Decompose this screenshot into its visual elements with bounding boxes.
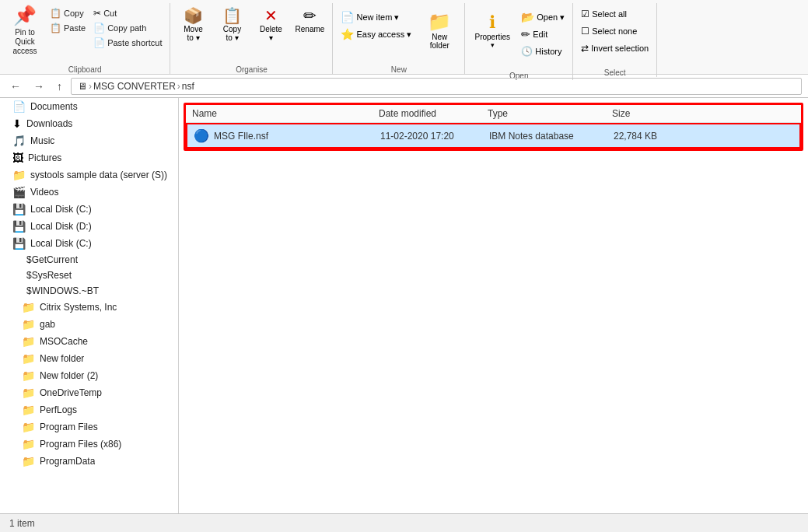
- sidebar-label-systools: systools sample data (server (S)): [30, 170, 167, 180]
- file-name-text-msg-file: MSG FIle.nsf: [214, 131, 268, 142]
- sidebar-item-gab[interactable]: 📁gab: [0, 316, 178, 333]
- sidebar-item-videos[interactable]: 🎬Videos: [0, 184, 178, 201]
- highlighted-region: Name Date modified Type Size 🔵 MSG FIle.…: [184, 103, 803, 151]
- edit-button[interactable]: ✏ Edit: [518, 26, 568, 42]
- sidebar-icon-videos: 🎬: [12, 186, 26, 198]
- sidebar-label-new-folder2: New folder (2): [40, 370, 98, 381]
- sidebar-icon-documents: 📄: [12, 100, 26, 113]
- select-none-button[interactable]: ☐ Select none: [578, 23, 640, 39]
- sidebar-item-sysreset[interactable]: $SysReset: [0, 268, 178, 283]
- sidebar-label-gab: gab: [40, 319, 55, 330]
- sidebar-icon-citrix: 📁: [22, 301, 35, 313]
- sidebar-item-onedriv-temp[interactable]: 📁OneDriveTemp: [0, 384, 178, 401]
- new-item-button[interactable]: 📄 New item ▾: [338, 9, 414, 25]
- select-none-icon: ☐: [581, 26, 589, 37]
- select-all-button[interactable]: ☑ Select all: [578, 6, 630, 22]
- sidebar-label-onedriv-temp: OneDriveTemp: [40, 387, 102, 398]
- sidebar-item-windows-bt[interactable]: $WINDOWS.~BT: [0, 283, 178, 299]
- paste-shortcut-button[interactable]: 📄 Paste shortcut: [90, 36, 165, 50]
- select-label: Select: [604, 68, 626, 77]
- sidebar-icon-local-disk-d: 💾: [12, 220, 26, 233]
- edit-icon: ✏: [521, 28, 530, 40]
- sidebar-item-downloads[interactable]: ⬇Downloads: [0, 115, 178, 132]
- sidebar-icon-music: 🎵: [12, 135, 26, 147]
- delete-button[interactable]: ✕ Delete ▾: [253, 6, 289, 53]
- pin-icon: 📌: [13, 5, 37, 26]
- sidebar-item-program-files-x86[interactable]: 📁Program Files (x86): [0, 436, 178, 453]
- history-button[interactable]: 🕓 History: [518, 44, 568, 59]
- sidebar-icon-program-files-x86: 📁: [22, 438, 35, 450]
- properties-button[interactable]: ℹ Properties ▾: [470, 6, 515, 53]
- sidebar-item-new-folder2[interactable]: 📁New folder (2): [0, 367, 178, 384]
- file-size-msg-file: 22,784 KB: [607, 129, 685, 143]
- invert-selection-icon: ⇄: [581, 43, 589, 54]
- copy-to-icon: 📋: [222, 6, 242, 25]
- history-icon: 🕓: [521, 46, 533, 57]
- forward-button[interactable]: →: [30, 79, 48, 94]
- sidebar-icon-program-data: 📁: [22, 455, 35, 467]
- easy-access-button[interactable]: ⭐ Easy access ▾: [338, 26, 414, 42]
- sidebar-icon-downloads: ⬇: [12, 117, 22, 130]
- sidebar-item-program-data[interactable]: 📁ProgramData: [0, 453, 178, 470]
- invert-selection-button[interactable]: ⇄ Invert selection: [578, 40, 652, 56]
- col-header-type: Type: [481, 107, 606, 121]
- open-button[interactable]: 📂 Open ▾: [518, 9, 568, 25]
- open-group: ℹ Properties ▾ 📂 Open ▾ ✏ Edit 🕓: [465, 3, 573, 64]
- new-item-icon: 📄: [341, 11, 354, 23]
- col-header-name[interactable]: Name: [186, 107, 373, 121]
- copy-button[interactable]: 📋 Copy: [47, 6, 89, 20]
- paste-button[interactable]: 📋 Paste: [47, 21, 89, 35]
- sidebar-item-local-disk-c2[interactable]: 💾Local Disk (C:): [0, 235, 178, 252]
- delete-icon: ✕: [264, 6, 278, 25]
- sidebar-icon-gab: 📁: [22, 318, 35, 331]
- file-row-msg-file[interactable]: 🔵 MSG FIle.nsf 11-02-2020 17:20 IBM Note…: [186, 123, 801, 149]
- sidebar-item-new-folder[interactable]: 📁New folder: [0, 350, 178, 367]
- cut-button[interactable]: ✂ Cut: [90, 6, 165, 20]
- up-button[interactable]: ↑: [53, 79, 66, 94]
- move-to-button[interactable]: 📦 Move to ▾: [175, 6, 211, 53]
- new-label: New: [391, 65, 407, 74]
- content-area: 📄Documents⬇Downloads🎵Music🖼Pictures📁syst…: [0, 98, 808, 513]
- file-name-msg-file: 🔵 MSG FIle.nsf: [187, 127, 374, 145]
- sidebar-item-local-disk-c[interactable]: 💾Local Disk (C:): [0, 201, 178, 218]
- sidebar-icon-onedriv-temp: 📁: [22, 387, 35, 399]
- back-button[interactable]: ←: [6, 79, 25, 94]
- clipboard-label: Clipboard: [68, 65, 102, 74]
- address-path[interactable]: 🖥 › MSG CONVERTER › nsf: [71, 78, 802, 95]
- col-header-date: Date modified: [373, 107, 481, 121]
- sidebar-item-program-files[interactable]: 📁Program Files: [0, 418, 178, 436]
- file-list-header: Name Date modified Type Size: [186, 105, 801, 123]
- sidebar-item-systools[interactable]: 📁systools sample data (server (S)): [0, 166, 178, 184]
- sidebar-item-get-current[interactable]: $GetCurrent: [0, 252, 178, 268]
- col-header-size: Size: [606, 107, 684, 121]
- file-list: Name Date modified Type Size 🔵 MSG FIle.…: [179, 98, 808, 513]
- sidebar-item-citrix[interactable]: 📁Citrix Systems, Inc: [0, 299, 178, 316]
- sidebar-item-documents[interactable]: 📄Documents: [0, 98, 178, 115]
- sidebar-item-local-disk-d[interactable]: 💾Local Disk (D:): [0, 218, 178, 235]
- copy-to-button[interactable]: 📋 Copy to ▾: [214, 6, 250, 53]
- pin-quick-access-button[interactable]: 📌 Pin to Quick access: [5, 6, 45, 53]
- sidebar-icon-local-disk-c2: 💾: [12, 237, 26, 250]
- sidebar-label-pictures: Pictures: [28, 152, 61, 163]
- rename-button[interactable]: ✏ Rename: [292, 6, 327, 53]
- copy-path-button[interactable]: 📄 Copy path: [90, 21, 165, 35]
- rename-icon: ✏: [303, 6, 317, 25]
- sidebar-label-citrix: Citrix Systems, Inc: [40, 302, 117, 313]
- sidebar-item-music[interactable]: 🎵Music: [0, 132, 178, 149]
- sidebar-icon-new-folder2: 📁: [22, 369, 35, 382]
- sidebar-icon-msocache: 📁: [22, 335, 35, 348]
- sidebar: 📄Documents⬇Downloads🎵Music🖼Pictures📁syst…: [0, 98, 179, 513]
- sidebar-label-new-folder: New folder: [40, 353, 84, 364]
- sidebar-label-msocache: MSOCache: [40, 336, 88, 347]
- sidebar-label-sysreset: $SysReset: [26, 270, 72, 281]
- select-group: ☑ Select all ☐ Select none ⇄ Invert sele…: [573, 3, 657, 64]
- sidebar-icon-program-files: 📁: [22, 421, 35, 433]
- new-folder-button[interactable]: 📁 Newfolder: [419, 6, 460, 53]
- path-part-2: nsf: [182, 81, 194, 92]
- sidebar-item-perflogs[interactable]: 📁PerfLogs: [0, 401, 178, 418]
- sidebar-label-music: Music: [30, 135, 54, 146]
- sidebar-icon-perflogs: 📁: [22, 404, 35, 416]
- sidebar-label-program-files: Program Files: [40, 422, 98, 432]
- sidebar-item-pictures[interactable]: 🖼Pictures: [0, 149, 178, 166]
- sidebar-item-msocache[interactable]: 📁MSOCache: [0, 333, 178, 350]
